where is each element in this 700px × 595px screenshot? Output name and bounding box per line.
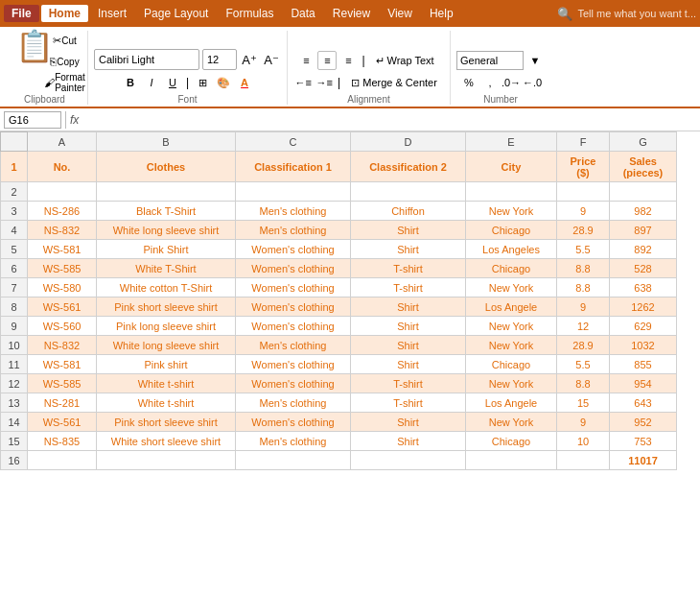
cell[interactable] bbox=[28, 451, 97, 470]
cell[interactable]: 643 bbox=[610, 393, 677, 413]
cell[interactable]: 8.8 bbox=[557, 278, 610, 298]
menu-insert[interactable]: Insert bbox=[90, 5, 134, 22]
cell[interactable]: New York bbox=[466, 413, 557, 432]
cell[interactable]: Price($) bbox=[557, 152, 610, 182]
italic-button[interactable]: I bbox=[142, 73, 161, 92]
row-header-8[interactable]: 8 bbox=[1, 298, 28, 317]
cell[interactable]: 629 bbox=[610, 317, 677, 336]
cell[interactable]: Los Angele bbox=[466, 393, 557, 413]
cell[interactable]: NS-832 bbox=[28, 336, 97, 355]
cell-ref-input[interactable] bbox=[4, 111, 61, 129]
cell[interactable] bbox=[236, 451, 351, 470]
cell[interactable]: 12 bbox=[557, 317, 610, 336]
cell[interactable]: 15 bbox=[557, 393, 610, 413]
indent-inc-button[interactable]: →≡ bbox=[315, 73, 334, 92]
menu-help[interactable]: Help bbox=[422, 5, 461, 22]
row-header-14[interactable]: 14 bbox=[1, 413, 28, 432]
col-header-D[interactable]: D bbox=[351, 132, 466, 152]
font-decrease-button[interactable]: A⁻ bbox=[262, 50, 281, 69]
row-header-5[interactable]: 5 bbox=[1, 240, 28, 259]
cell[interactable]: 638 bbox=[610, 278, 677, 298]
cell[interactable]: 28.9 bbox=[557, 221, 610, 240]
cell[interactable]: WS-561 bbox=[28, 413, 97, 432]
cell[interactable]: Chiffon bbox=[351, 202, 466, 221]
formula-input[interactable] bbox=[82, 113, 696, 127]
cell[interactable]: 982 bbox=[610, 202, 677, 221]
cell[interactable]: Pink shirt bbox=[97, 355, 236, 374]
cell[interactable]: 528 bbox=[610, 259, 677, 278]
cell[interactable]: Pink long sleeve shirt bbox=[97, 317, 236, 336]
dec-dec-button[interactable]: ←.0 bbox=[523, 73, 542, 92]
cell[interactable]: 1032 bbox=[610, 336, 677, 355]
cell[interactable]: WS-560 bbox=[28, 317, 97, 336]
row-header-15[interactable]: 15 bbox=[1, 432, 28, 451]
cell[interactable]: Shirt bbox=[351, 298, 466, 317]
align-right-button[interactable]: ≡ bbox=[338, 51, 358, 70]
cell[interactable]: 5.5 bbox=[557, 355, 610, 374]
cell[interactable]: Women's clothing bbox=[236, 259, 351, 278]
cell[interactable]: Men's clothing bbox=[236, 202, 351, 221]
cell[interactable]: No. bbox=[28, 152, 97, 182]
dec-inc-button[interactable]: .0→ bbox=[502, 73, 521, 92]
cut-button[interactable]: ✂ Cut bbox=[56, 31, 75, 50]
bold-button[interactable]: B bbox=[121, 73, 140, 92]
cell[interactable] bbox=[557, 182, 610, 202]
cell[interactable]: Classification 1 bbox=[236, 152, 351, 182]
cell[interactable]: Chicago bbox=[466, 432, 557, 451]
cell[interactable]: 952 bbox=[610, 413, 677, 432]
number-format-input[interactable] bbox=[456, 51, 524, 70]
cell[interactable]: Classification 2 bbox=[351, 152, 466, 182]
row-header-1[interactable]: 1 bbox=[1, 152, 28, 182]
row-header-7[interactable]: 7 bbox=[1, 278, 28, 298]
row-header-10[interactable]: 10 bbox=[1, 336, 28, 355]
menu-data[interactable]: Data bbox=[283, 5, 322, 22]
cell[interactable] bbox=[351, 182, 466, 202]
cell[interactable]: Women's clothing bbox=[236, 278, 351, 298]
cell[interactable]: Pink Shirt bbox=[97, 240, 236, 259]
cell[interactable]: Chicago bbox=[466, 355, 557, 374]
cell[interactable]: Men's clothing bbox=[236, 432, 351, 451]
border-button[interactable]: ⊞ bbox=[193, 73, 212, 92]
cell[interactable]: 28.9 bbox=[557, 336, 610, 355]
cell[interactable]: WS-581 bbox=[28, 355, 97, 374]
cell[interactable]: NS-835 bbox=[28, 432, 97, 451]
underline-button[interactable]: U bbox=[163, 73, 182, 92]
row-header-6[interactable]: 6 bbox=[1, 259, 28, 278]
row-header-4[interactable]: 4 bbox=[1, 221, 28, 240]
col-header-A[interactable]: A bbox=[28, 132, 97, 152]
cell[interactable]: NS-832 bbox=[28, 221, 97, 240]
cell[interactable]: Pink short sleeve shirt bbox=[97, 413, 236, 432]
copy-button[interactable]: ⎘ Copy bbox=[56, 52, 75, 71]
cell[interactable] bbox=[97, 182, 236, 202]
cell[interactable] bbox=[466, 451, 557, 470]
cell[interactable]: City bbox=[466, 152, 557, 182]
cell[interactable]: Sales(pieces) bbox=[610, 152, 677, 182]
cell[interactable]: White t-shirt bbox=[97, 393, 236, 413]
cell[interactable]: Women's clothing bbox=[236, 355, 351, 374]
cell[interactable]: 892 bbox=[610, 240, 677, 259]
row-header-9[interactable]: 9 bbox=[1, 317, 28, 336]
paste-button[interactable]: 📋 bbox=[15, 31, 54, 61]
cell[interactable]: 897 bbox=[610, 221, 677, 240]
cell[interactable]: 5.5 bbox=[557, 240, 610, 259]
cell[interactable]: WS-585 bbox=[28, 259, 97, 278]
cell[interactable]: New York bbox=[466, 202, 557, 221]
cell[interactable]: 954 bbox=[610, 374, 677, 393]
font-name-input[interactable] bbox=[94, 49, 199, 70]
cell[interactable]: T-shirt bbox=[351, 278, 466, 298]
cell[interactable]: Clothes bbox=[97, 152, 236, 182]
cell[interactable]: Los Angele bbox=[466, 298, 557, 317]
align-left-button[interactable]: ≡ bbox=[296, 51, 315, 70]
col-header-F[interactable]: F bbox=[557, 132, 610, 152]
cell[interactable]: Shirt bbox=[351, 240, 466, 259]
cell[interactable]: New York bbox=[466, 278, 557, 298]
cell[interactable]: Women's clothing bbox=[236, 298, 351, 317]
cell[interactable]: WS-581 bbox=[28, 240, 97, 259]
col-header-C[interactable]: C bbox=[236, 132, 351, 152]
cell[interactable] bbox=[28, 182, 97, 202]
cell[interactable]: T-shirt bbox=[351, 374, 466, 393]
cell[interactable]: Pink short sleeve shirt bbox=[97, 298, 236, 317]
cell[interactable]: WS-580 bbox=[28, 278, 97, 298]
cell[interactable]: Chicago bbox=[466, 259, 557, 278]
row-header-3[interactable]: 3 bbox=[1, 202, 28, 221]
